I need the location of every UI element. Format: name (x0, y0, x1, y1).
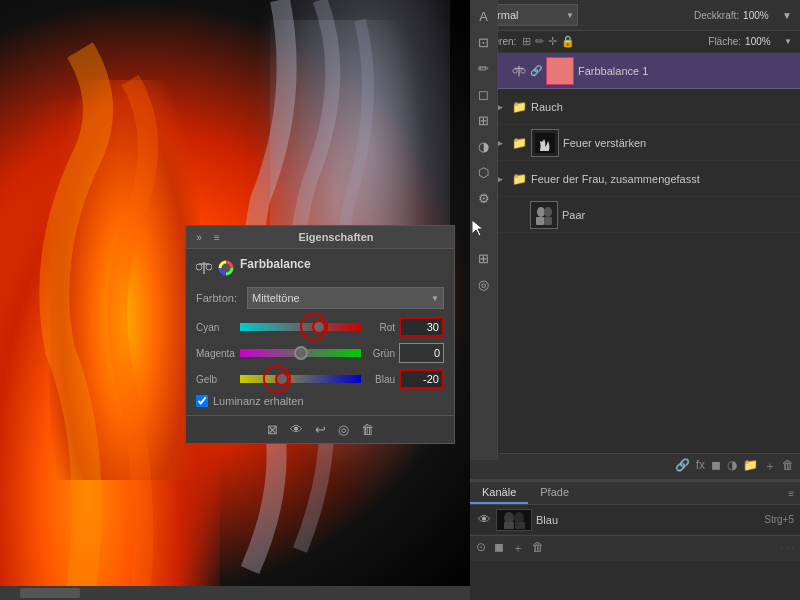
toolbar-adjustment-btn[interactable]: ◑ (472, 134, 496, 158)
channel-shortcut-blau: Strg+5 (764, 514, 794, 525)
adjustment-icon[interactable]: ◑ (727, 458, 737, 475)
gelb-blau-slider-container[interactable] (240, 369, 361, 389)
channels-bottom-icons: ⊙ ◼ ＋ 🗑 (476, 540, 544, 557)
channels-bottom-right: · · · (780, 543, 794, 554)
layer-row-paar[interactable]: 👁 Paar (470, 197, 800, 233)
panel-expand-icon[interactable]: » (192, 230, 206, 244)
blend-mode-section: Normal (478, 4, 694, 26)
toolbar-layers-btn[interactable]: ⊞ (472, 108, 496, 132)
magenta-label: Magenta (196, 348, 236, 359)
fx-icon[interactable]: fx (696, 458, 705, 475)
panel-menu-icon[interactable]: ≡ (210, 230, 224, 244)
fix-brush-icon[interactable]: ✏ (535, 35, 544, 48)
layer-name-farbbalance: Farbbalance 1 (578, 65, 794, 77)
layer-row-feuer-staerk[interactable]: 👁 ▶ 📁 Feuer verstärken (470, 125, 800, 161)
svg-rect-18 (504, 522, 514, 529)
layer-name-paar: Paar (562, 209, 794, 221)
magenta-gruen-input[interactable] (399, 343, 444, 363)
panel-body: Farbbalance Farbton: Schatten Mitteltöne… (186, 249, 454, 415)
toolbar-color-btn[interactable]: ⬡ (472, 160, 496, 184)
gruen-label: Grün (365, 348, 395, 359)
channels-content: 👁 Blau Strg+5 (470, 505, 800, 535)
fix-lock-icon[interactable]: 🔒 (561, 35, 575, 48)
layer-name-rauch: Rauch (531, 101, 794, 113)
layers-header: Normal Deckkraft: 100% ▼ (470, 0, 800, 31)
toolbar-settings-btn[interactable]: ⚙ (472, 186, 496, 210)
cyan-rot-thumb[interactable] (312, 320, 326, 334)
cyan-rot-slider-container[interactable] (240, 317, 361, 337)
flaeche-section: Fläche: 100% ▼ (708, 36, 792, 47)
flaeche-chevron[interactable]: ▼ (784, 37, 792, 46)
fix-checkerboard-icon[interactable]: ⊞ (522, 35, 531, 48)
panel-header-left: » ≡ (192, 230, 224, 244)
toolbar-channels-btn[interactable]: ◎ (472, 272, 496, 296)
gelb-blau-thumb[interactable] (275, 372, 289, 386)
svg-point-7 (513, 68, 517, 72)
channel-name-blau: Blau (536, 514, 760, 526)
svg-point-12 (544, 207, 552, 217)
properties-panel: » ≡ Eigenschaften (185, 225, 455, 444)
layer-thumb-paar (530, 201, 558, 229)
layer-type-feuer-staerk: 📁 (512, 136, 527, 150)
mask-icon[interactable]: ◼ (711, 458, 721, 475)
layer-row-rauch[interactable]: 👁 ▶ 📁 Rauch (470, 89, 800, 125)
gelb-blau-input[interactable] (399, 369, 444, 389)
channels-selection-dots[interactable]: · · · (780, 543, 794, 554)
add-layer-icon[interactable]: ＋ (764, 458, 776, 475)
cyan-rot-input[interactable] (399, 317, 444, 337)
channels-tab-kanal[interactable]: Kanäle (470, 482, 528, 504)
canvas-horizontal-scrollbar[interactable] (0, 586, 470, 600)
magenta-gruen-slider-container[interactable] (240, 343, 361, 363)
toolbar-brush-btn[interactable]: ✏ (472, 56, 496, 80)
layer-type-feuer-frau: 📁 (512, 172, 527, 186)
channels-tab-pfade[interactable]: Pfade (528, 482, 581, 504)
opacity-value: 100% (743, 10, 778, 21)
channels-section: Kanäle Pfade ≡ 👁 (470, 480, 800, 600)
link-icon[interactable]: 🔗 (675, 458, 690, 475)
channel-row-blau[interactable]: 👁 Blau Strg+5 (470, 505, 800, 535)
toolbar-grid-btn[interactable]: ⊞ (472, 246, 496, 270)
panel-header: » ≡ Eigenschaften (186, 226, 454, 249)
channel-trash-icon[interactable]: 🗑 (532, 540, 544, 557)
delete-layer-icon[interactable]: 🗑 (782, 458, 794, 475)
cyan-rot-highlight (300, 313, 328, 341)
gelb-blau-track (240, 375, 361, 383)
panel-undo-icon[interactable]: ↩ (315, 422, 326, 437)
channel-selection-icon[interactable]: ⊙ (476, 540, 486, 557)
paar-thumb-svg (531, 202, 557, 228)
panel-visibility-icon[interactable]: 👁 (290, 422, 303, 437)
fixieren-row: Fixieren: ⊞ ✏ ✛ 🔒 Fläche: 100% ▼ (470, 31, 800, 53)
channel-mask-icon[interactable]: ◼ (494, 540, 504, 557)
layers-bottom-icons: 🔗 fx ◼ ◑ 📁 ＋ 🗑 (675, 458, 794, 475)
panel-trash-icon[interactable]: 🗑 (361, 422, 374, 437)
farbton-select[interactable]: Schatten Mitteltöne Lichter (247, 287, 444, 309)
balance-scale-icon (196, 260, 212, 276)
channel-visibility-blau[interactable]: 👁 (476, 512, 492, 527)
toolbar-eraser-btn[interactable]: ◻ (472, 82, 496, 106)
luminanz-checkbox[interactable] (196, 395, 208, 407)
channels-menu-icon[interactable]: ≡ (788, 488, 794, 499)
blau-label: Blau (365, 374, 395, 385)
folder-icon[interactable]: 📁 (743, 458, 758, 475)
magenta-gruen-thumb[interactable] (294, 346, 308, 360)
toolbar-move-btn[interactable]: A (472, 4, 496, 28)
svg-point-11 (537, 207, 545, 217)
layer-row-farbbalance[interactable]: 👁 🔗 Farbbalance 1 (470, 53, 800, 89)
channels-tab-icons: ≡ (788, 482, 800, 504)
svg-marker-20 (472, 220, 483, 236)
svg-point-8 (521, 68, 525, 72)
opacity-chevron[interactable]: ▼ (782, 10, 792, 21)
toolbar-select-btn[interactable]: ⊡ (472, 30, 496, 54)
panel-eye2-icon[interactable]: ◎ (338, 422, 349, 437)
cursor-arrow-icon (472, 220, 486, 238)
channel-new-icon[interactable]: ＋ (512, 540, 524, 557)
svg-rect-19 (515, 522, 525, 529)
gelb-blau-highlight (263, 365, 291, 393)
layer-row-feuer-frau[interactable]: 👁 ▶ 📁 Feuer der Frau, zusammengefasst (470, 161, 800, 197)
svg-rect-14 (544, 217, 552, 225)
luminanz-row: Luminanz erhalten (196, 395, 444, 407)
layer-chain-farbbalance: 🔗 (530, 65, 542, 76)
fix-move-icon[interactable]: ✛ (548, 35, 557, 48)
canvas-scrollbar-thumb[interactable] (20, 588, 80, 598)
panel-reset-icon[interactable]: ⊠ (267, 422, 278, 437)
